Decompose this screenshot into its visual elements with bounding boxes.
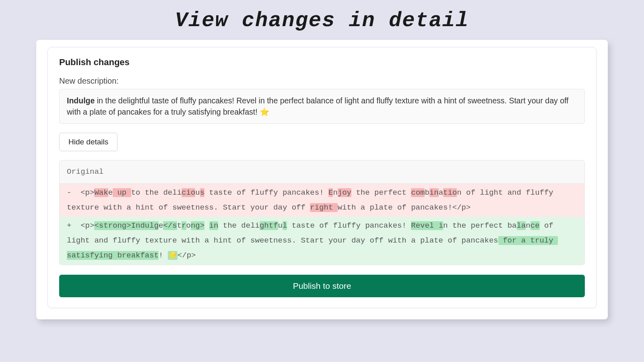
outer-card: Publish changes New description: Indulge… [36,40,608,319]
diff-removed-line: - <p>Wake up to the delicious taste of f… [60,184,584,217]
description-strong-word: Indulge [67,96,95,105]
toggle-details-button[interactable]: Hide details [59,133,118,151]
publish-changes-card: Publish changes New description: Indulge… [47,47,597,308]
description-preview: Indulge in the delightful taste of fluff… [59,89,585,124]
description-label: New description: [59,76,585,86]
description-rest: in the delightful taste of fluffy pancak… [67,96,569,116]
page-title: View changes in detail [0,0,644,40]
publish-button[interactable]: Publish to store [59,275,585,297]
diff-header: Original [60,160,584,184]
diff-viewer: Original - <p>Wake up to the delicious t… [59,160,585,265]
diff-added-line: + <p><strong>Indulge</strong> in the del… [60,217,584,265]
section-title: Publish changes [59,57,585,68]
